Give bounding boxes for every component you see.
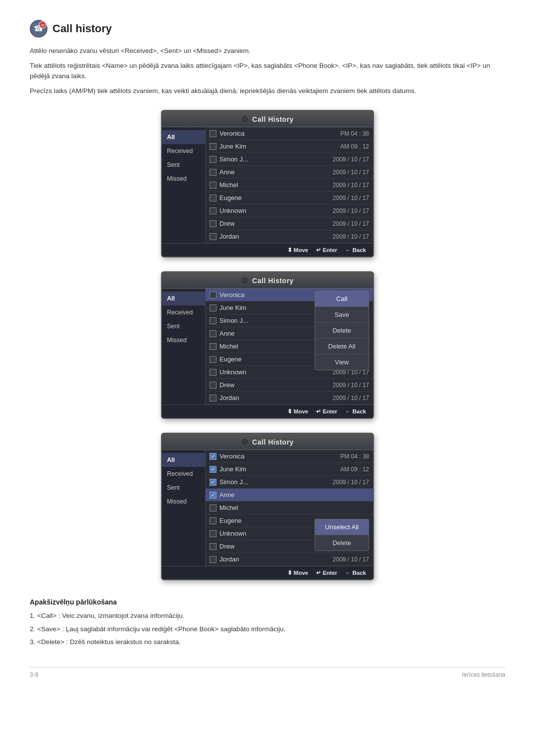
panel2-checkbox-7[interactable] [210, 382, 216, 389]
panel3-sidebar-item-1[interactable]: Received [162, 467, 205, 481]
panel1-name-2: Simon J... [219, 155, 330, 163]
panel2-checkbox-1[interactable] [210, 304, 216, 311]
panel3-row-0[interactable]: ✓VeronicaPM 04 : 38 [206, 450, 373, 463]
panel1-row-0[interactable]: VeronicaPM 04 : 38 [206, 127, 373, 140]
footer-right: Ierīces lietošana [462, 671, 505, 678]
panel1-body: AllReceivedSentMissed VeronicaPM 04 : 38… [162, 127, 373, 243]
panel3-name-2: Simon J... [219, 478, 330, 486]
desc-2: Tiek attēlots reģistrētais <Name> un pēd… [30, 60, 505, 82]
panel2-menu-item-1[interactable]: Save [315, 307, 369, 323]
panel3-header: ⚙ Call History [162, 434, 373, 450]
panel1-checkbox-4[interactable] [210, 182, 216, 189]
panel1-checkbox-5[interactable] [210, 195, 216, 202]
panel1-row-8[interactable]: Jordan2009 / 10 / 17 [206, 230, 373, 243]
panel2-menu-item-0[interactable]: Call [315, 291, 369, 307]
panel3-checkbox-2[interactable]: ✓ [210, 479, 216, 486]
panel3: ⚙ Call History AllReceivedSentMissed ✓Ve… [161, 433, 374, 580]
footer-left: 3-8 [30, 671, 38, 678]
panel3-menu-item-0[interactable]: Unselect All [315, 519, 369, 535]
panel3-row-4[interactable]: Michel [206, 502, 373, 514]
panel2-menu-item-2[interactable]: Delete [315, 323, 369, 339]
panel2-row-7[interactable]: Drew2009 / 10 / 17 [206, 379, 373, 392]
submenu-item-0: 1. <Call> : Veic zvanu, izmantojot zvana… [30, 611, 505, 621]
panel3-checkbox-0[interactable]: ✓ [210, 453, 216, 460]
panel2-sidebar-item-1[interactable]: Received [162, 305, 205, 319]
panel1-checkbox-0[interactable] [210, 130, 216, 137]
panel3-checkbox-8[interactable] [210, 556, 216, 563]
panel3-checkbox-7[interactable] [210, 543, 216, 550]
svg-text:⟳: ⟳ [41, 23, 45, 28]
submenus-list: 1. <Call> : Veic zvanu, izmantojot zvana… [30, 611, 505, 647]
panel1-sidebar-item-2[interactable]: Sent [162, 158, 205, 172]
panel2-checkbox-5[interactable] [210, 356, 216, 363]
panel1-row-3[interactable]: Anne2009 / 10 / 17 [206, 166, 373, 179]
page-title: Call history [53, 22, 112, 35]
panel2-checkbox-6[interactable] [210, 369, 216, 376]
panel2-row-8[interactable]: Jordan2009 / 10 / 17 [206, 392, 373, 404]
panel1-name-4: Michel [219, 181, 330, 189]
panel1-row-1[interactable]: June KimAM 09 : 12 [206, 140, 373, 153]
panel3-sidebar-item-2[interactable]: Sent [162, 481, 205, 495]
panel1-time-2: 2009 / 10 / 17 [333, 156, 369, 163]
panel1-time-3: 2009 / 10 / 17 [333, 169, 369, 176]
panel1-sidebar-item-0[interactable]: All [162, 130, 205, 144]
panel1-sidebar-item-3[interactable]: Missed [162, 172, 205, 186]
panel2-header: ⚙ Call History [162, 272, 373, 289]
panel3-sidebar-item-3[interactable]: Missed [162, 495, 205, 508]
panel1-time-7: 2009 / 10 / 17 [333, 220, 369, 227]
panel3-checkbox-5[interactable] [210, 517, 216, 524]
panel3-header-title: Call History [252, 438, 294, 446]
panel3-row-8[interactable]: Jordan2009 / 10 / 17 [206, 553, 373, 566]
panel3-name-1: June Kim [219, 465, 337, 473]
panel1-footer-key-2: ← Back [345, 247, 366, 253]
panel3-sidebar-item-0[interactable]: All [162, 453, 205, 467]
panel1-footer-key-1: ↵ Enter [316, 247, 337, 253]
panel1-sidebar-item-1[interactable]: Received [162, 144, 205, 158]
panel1-row-5[interactable]: Eugene2009 / 10 / 17 [206, 192, 373, 204]
panel2-checkbox-4[interactable] [210, 343, 216, 350]
panel2-checkbox-2[interactable] [210, 317, 216, 324]
panel2-time-7: 2009 / 10 / 17 [333, 382, 369, 389]
panel2-menu-item-4[interactable]: View [315, 354, 369, 370]
panel1-name-1: June Kim [219, 143, 337, 150]
panel1-checkbox-3[interactable] [210, 169, 216, 176]
panel3-footer: ⬍ Move↵ Enter← Back [162, 566, 373, 579]
panel3-row-1[interactable]: ✓June KimAM 09 : 12 [206, 463, 373, 476]
panel3-sidebar: AllReceivedSentMissed [162, 450, 206, 566]
panel2-context-menu[interactable]: CallSaveDeleteDelete AllView [315, 291, 369, 370]
panel1-name-8: Jordan [219, 233, 330, 240]
panel3-checkbox-6[interactable] [210, 530, 216, 537]
panel2-footer-key-1: ↵ Enter [316, 408, 337, 415]
panel1-checkbox-8[interactable] [210, 233, 216, 240]
panel2-sidebar-item-0[interactable]: All [162, 292, 205, 305]
panel3-name-0: Veronica [219, 453, 337, 460]
panel1-row-7[interactable]: Drew2009 / 10 / 17 [206, 217, 373, 230]
panel1-row-2[interactable]: Simon J...2009 / 10 / 17 [206, 153, 373, 166]
panel3-context-menu[interactable]: Unselect AllDelete [315, 519, 369, 551]
desc-1: Attēlo nesenāko zvanu vēsturi <Received>… [30, 46, 505, 56]
panel3-menu-item-1[interactable]: Delete [315, 535, 369, 551]
panel1-checkbox-7[interactable] [210, 220, 216, 227]
panel1-header-title: Call History [252, 115, 294, 123]
panel2-menu-item-3[interactable]: Delete All [315, 339, 369, 354]
panel1-row-6[interactable]: Unknown2009 / 10 / 17 [206, 204, 373, 217]
panel2-checkbox-3[interactable] [210, 330, 216, 337]
panel3-row-3[interactable]: ✓Anne [206, 489, 373, 502]
panel3-checkbox-1[interactable]: ✓ [210, 466, 216, 473]
panel2-footer: ⬍ Move↵ Enter← Back [162, 404, 373, 418]
panel2-checkbox-0[interactable] [210, 292, 216, 299]
panel2-footer-item-1: ↵ Enter [316, 408, 337, 415]
panel3-header-icon: ⚙ [241, 437, 248, 447]
panel2-sidebar-item-3[interactable]: Missed [162, 333, 205, 347]
panel3-checkbox-3[interactable]: ✓ [210, 492, 216, 499]
panel1-row-4[interactable]: Michel2009 / 10 / 17 [206, 179, 373, 192]
panel1-checkbox-1[interactable] [210, 143, 216, 150]
panel3-checkbox-4[interactable] [210, 504, 216, 511]
panel2-name-6: Unknown [219, 368, 330, 376]
panel3-name-8: Jordan [219, 555, 330, 563]
panel3-row-2[interactable]: ✓Simon J...2009 / 10 / 17 [206, 476, 373, 489]
panel1-checkbox-2[interactable] [210, 156, 216, 163]
panel2-checkbox-8[interactable] [210, 395, 216, 402]
panel2-sidebar-item-2[interactable]: Sent [162, 319, 205, 333]
panel1-checkbox-6[interactable] [210, 207, 216, 214]
